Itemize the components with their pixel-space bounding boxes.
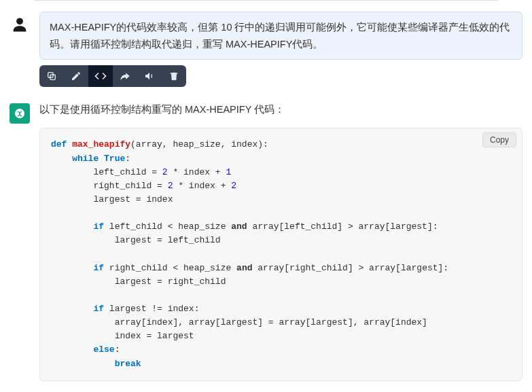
code-block: Copy def max_heapify(array, heap_size, i… <box>39 128 522 380</box>
toolbar-delete-button[interactable] <box>162 65 186 87</box>
svg-point-0 <box>16 18 23 24</box>
user-message: MAX-HEAPIFY的代码效率较高，但第 10 行中的递归调用可能例外，它可能… <box>0 5 532 94</box>
toolbar-edit-button[interactable] <box>64 65 88 87</box>
toolbar-code-button[interactable] <box>88 65 113 87</box>
user-avatar <box>10 14 30 35</box>
bot-avatar <box>10 103 30 124</box>
share-icon <box>120 71 130 82</box>
openai-icon <box>13 107 26 120</box>
code-content: def max_heapify(array, heap_size, index)… <box>40 128 522 380</box>
toolbar-copy-button[interactable] <box>39 65 64 87</box>
code-icon <box>94 70 107 82</box>
edit-icon <box>71 71 82 82</box>
volume-icon <box>144 71 155 82</box>
code-copy-button[interactable]: Copy <box>482 132 516 147</box>
toolbar-share-button[interactable] <box>113 65 137 87</box>
person-icon <box>10 15 29 34</box>
bot-message: 以下是使用循环控制结构重写的 MAX-HEAPIFY 代码： Copy def … <box>0 94 532 392</box>
bot-intro-text: 以下是使用循环控制结构重写的 MAX-HEAPIFY 代码： <box>39 101 522 118</box>
delete-icon <box>169 71 179 82</box>
toolbar-volume-button[interactable] <box>137 65 162 87</box>
user-prompt-text: MAX-HEAPIFY的代码效率较高，但第 10 行中的递归调用可能例外，它可能… <box>39 12 522 60</box>
copy-icon <box>46 71 57 82</box>
message-toolbar <box>39 65 186 87</box>
